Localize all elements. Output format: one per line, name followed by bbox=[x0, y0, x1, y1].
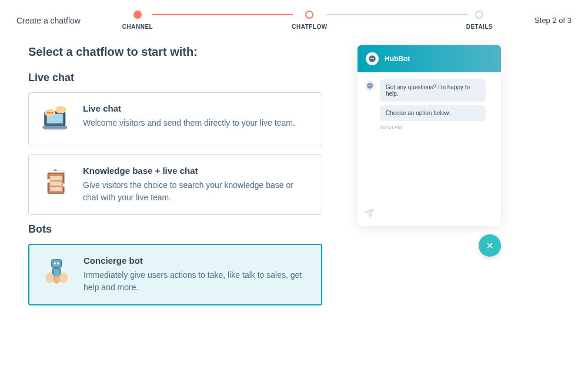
svg-point-4 bbox=[55, 106, 66, 114]
step-circle-active-icon bbox=[305, 11, 313, 19]
breadcrumb: Create a chatflow bbox=[16, 16, 81, 25]
svg-rect-3 bbox=[43, 126, 67, 129]
svg-point-17 bbox=[54, 263, 56, 265]
svg-point-25 bbox=[373, 58, 374, 59]
svg-point-22 bbox=[53, 276, 61, 284]
svg-point-23 bbox=[369, 55, 376, 62]
step-label: CHATFLOW bbox=[292, 23, 327, 30]
option-desc: Welcome visitors and send them directly … bbox=[83, 117, 310, 129]
send-icon[interactable] bbox=[365, 210, 374, 220]
chat-preview-panel: HubBot Got any questions? I'm happy to h… bbox=[358, 45, 501, 314]
close-chat-button[interactable] bbox=[479, 234, 501, 257]
svg-rect-11 bbox=[50, 182, 62, 186]
bot-avatar-small-icon bbox=[365, 80, 375, 91]
chat-message: Choose an option below. bbox=[380, 105, 486, 121]
step-details: DETAILS bbox=[466, 11, 493, 30]
option-desc: Immediately give users actions to take, … bbox=[83, 269, 309, 294]
option-title: Knowledge base + live chat bbox=[83, 166, 310, 176]
svg-point-24 bbox=[370, 58, 372, 59]
filing-cabinet-icon bbox=[41, 166, 72, 197]
step-indicator: Step 2 of 3 bbox=[534, 16, 572, 25]
svg-point-26 bbox=[367, 83, 373, 89]
laptop-chat-icon bbox=[41, 103, 72, 135]
svg-rect-12 bbox=[50, 187, 62, 191]
svg-point-6 bbox=[47, 112, 49, 114]
step-label: DETAILS bbox=[466, 23, 493, 30]
step-label: CHANNEL bbox=[122, 23, 153, 30]
step-circle-icon bbox=[475, 11, 483, 19]
svg-rect-10 bbox=[50, 176, 62, 180]
step-circle-done-icon bbox=[133, 11, 142, 19]
option-title: Concierge bot bbox=[83, 256, 309, 266]
section-bots-title: Bots bbox=[28, 223, 322, 236]
step-line bbox=[326, 14, 467, 15]
svg-point-18 bbox=[57, 263, 59, 265]
svg-rect-16 bbox=[52, 260, 61, 267]
section-live-chat-title: Live chat bbox=[28, 72, 322, 84]
chat-body: Got any questions? I'm happy to help. Ch… bbox=[358, 72, 501, 203]
svg-point-21 bbox=[59, 273, 68, 283]
bot-avatar-icon bbox=[366, 52, 379, 65]
chat-message: Got any questions? I'm happy to help. bbox=[380, 79, 486, 102]
option-desc: Give visitors the choice to search your … bbox=[83, 179, 310, 204]
stepper: CHANNEL CHATFLOW DETAILS bbox=[98, 11, 517, 30]
svg-point-7 bbox=[49, 112, 51, 114]
svg-point-27 bbox=[369, 85, 370, 86]
chat-window: HubBot Got any questions? I'm happy to h… bbox=[358, 45, 501, 226]
chat-bot-name: HubBot bbox=[385, 55, 410, 63]
chat-footer bbox=[358, 203, 501, 226]
page-title: Select a chatflow to start with: bbox=[28, 45, 322, 59]
svg-point-20 bbox=[45, 273, 54, 283]
option-title: Live chat bbox=[83, 103, 310, 113]
chat-timestamp: 10:53 AM bbox=[380, 125, 494, 130]
option-knowledge-base[interactable]: Knowledge base + live chat Give visitors… bbox=[28, 154, 322, 215]
chat-header: HubBot bbox=[358, 45, 501, 72]
svg-point-8 bbox=[51, 112, 53, 114]
option-live-chat[interactable]: Live chat Welcome visitors and send them… bbox=[28, 92, 322, 146]
svg-point-15 bbox=[63, 171, 65, 173]
step-chatflow: CHATFLOW bbox=[292, 11, 327, 30]
svg-point-28 bbox=[370, 85, 372, 86]
step-channel: CHANNEL bbox=[122, 11, 153, 30]
step-line bbox=[152, 14, 293, 15]
option-concierge-bot[interactable]: Concierge bot Immediately give users act… bbox=[28, 244, 322, 305]
concierge-bot-icon bbox=[41, 256, 73, 287]
